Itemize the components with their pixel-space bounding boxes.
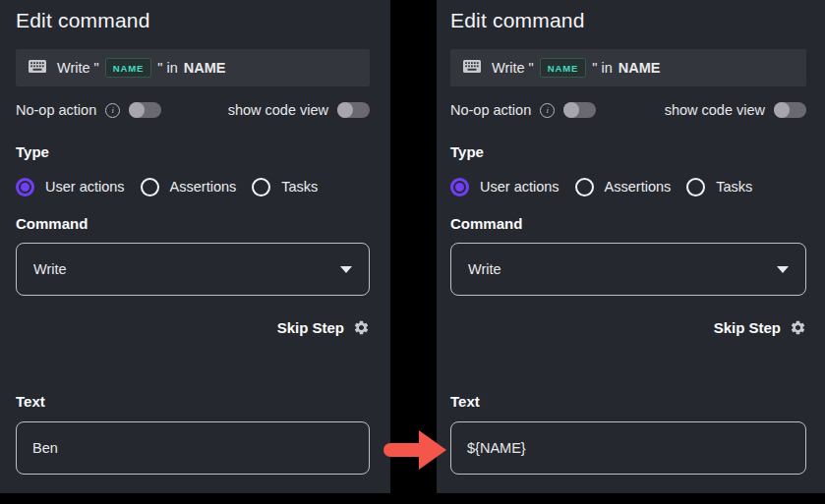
command-preview: Write "NAME" inNAME bbox=[450, 49, 806, 86]
preview-prefix: Write " bbox=[492, 60, 534, 76]
chevron-down-icon bbox=[777, 266, 789, 273]
noop-action-label: No-op action bbox=[16, 102, 96, 118]
info-icon[interactable]: i bbox=[105, 103, 120, 118]
code-view-group: show code view bbox=[665, 102, 806, 118]
command-select[interactable]: Write bbox=[16, 243, 370, 296]
command-select-value: Write bbox=[33, 261, 67, 277]
toggle-knob bbox=[337, 102, 353, 118]
info-icon[interactable]: i bbox=[540, 103, 555, 118]
text-input[interactable] bbox=[16, 421, 370, 475]
radio-unselected-icon bbox=[686, 178, 705, 196]
radio-selected-icon bbox=[16, 178, 34, 196]
noop-action-label: No-op action bbox=[450, 102, 531, 118]
command-variable-badge: NAME bbox=[105, 58, 152, 79]
command-select[interactable]: Write bbox=[450, 243, 806, 296]
text-input[interactable] bbox=[450, 421, 806, 475]
type-label: Type bbox=[450, 143, 806, 161]
type-radio-group: User actions Assertions Tasks bbox=[450, 177, 806, 196]
code-view-label: show code view bbox=[228, 102, 328, 118]
radio-label: User actions bbox=[480, 179, 560, 195]
chevron-down-icon bbox=[340, 266, 352, 273]
transform-arrow-icon bbox=[383, 427, 448, 476]
preview-middle: " in bbox=[592, 60, 612, 76]
toggle-knob bbox=[774, 102, 790, 118]
text-label: Text bbox=[16, 393, 370, 411]
toggle-row: No-op action i show code view bbox=[16, 102, 370, 118]
radio-user-actions[interactable]: User actions bbox=[16, 178, 125, 196]
command-preview-text: Write "NAME" inNAME bbox=[57, 58, 226, 79]
command-preview-text: Write "NAME" inNAME bbox=[492, 58, 661, 79]
radio-assertions[interactable]: Assertions bbox=[141, 178, 237, 196]
keyboard-icon bbox=[29, 60, 46, 76]
code-view-toggle[interactable] bbox=[337, 102, 370, 118]
command-label: Command bbox=[450, 215, 806, 233]
skip-step-label: Skip Step bbox=[277, 319, 344, 336]
radio-label: User actions bbox=[45, 179, 125, 195]
type-radio-group: User actions Assertions Tasks bbox=[16, 177, 370, 196]
radio-unselected-icon bbox=[141, 178, 159, 196]
command-preview: Write "NAME" inNAME bbox=[16, 49, 370, 86]
toggle-knob bbox=[563, 102, 579, 118]
code-view-label: show code view bbox=[665, 102, 765, 118]
preview-middle: " in bbox=[157, 60, 177, 76]
radio-unselected-icon bbox=[575, 178, 594, 196]
skip-step-row: Skip Step bbox=[16, 318, 370, 336]
preview-prefix: Write " bbox=[57, 60, 99, 76]
noop-action-toggle[interactable] bbox=[129, 102, 161, 118]
radio-tasks[interactable]: Tasks bbox=[686, 178, 752, 196]
keyboard-icon bbox=[463, 60, 481, 76]
page-title: Edit command bbox=[450, 9, 806, 32]
command-variable-badge: NAME bbox=[540, 58, 587, 79]
noop-action-group: No-op action i bbox=[450, 102, 596, 118]
radio-selected-icon bbox=[450, 178, 469, 196]
radio-unselected-icon bbox=[252, 178, 270, 196]
radio-user-actions[interactable]: User actions bbox=[450, 178, 560, 196]
page-title: Edit command bbox=[16, 9, 370, 32]
radio-tasks[interactable]: Tasks bbox=[252, 178, 318, 196]
gear-icon[interactable] bbox=[353, 319, 370, 336]
toggle-knob bbox=[129, 102, 145, 118]
code-view-toggle[interactable] bbox=[774, 102, 806, 118]
command-label: Command bbox=[16, 215, 370, 233]
command-select-value: Write bbox=[468, 261, 501, 277]
noop-action-group: No-op action i bbox=[16, 102, 161, 118]
skip-step-row: Skip Step bbox=[450, 318, 806, 336]
radio-label: Assertions bbox=[170, 179, 237, 195]
radio-label: Assertions bbox=[605, 179, 672, 195]
skip-step-label: Skip Step bbox=[714, 319, 781, 336]
gear-icon[interactable] bbox=[790, 319, 806, 336]
radio-label: Tasks bbox=[281, 179, 318, 195]
text-label: Text bbox=[450, 393, 806, 411]
toggle-row: No-op action i show code view bbox=[450, 102, 806, 118]
preview-target: NAME bbox=[619, 60, 661, 76]
noop-action-toggle[interactable] bbox=[563, 102, 596, 118]
type-label: Type bbox=[16, 143, 370, 161]
radio-label: Tasks bbox=[716, 179, 752, 195]
code-view-group: show code view bbox=[228, 102, 370, 118]
radio-assertions[interactable]: Assertions bbox=[575, 178, 672, 196]
edit-command-dialog-after: Edit command Write "NAME" inNAME No-op a… bbox=[437, 0, 825, 493]
edit-command-dialog-before: Edit command Write "NAME" inNAME No-op a… bbox=[0, 0, 390, 493]
preview-target: NAME bbox=[184, 60, 226, 76]
